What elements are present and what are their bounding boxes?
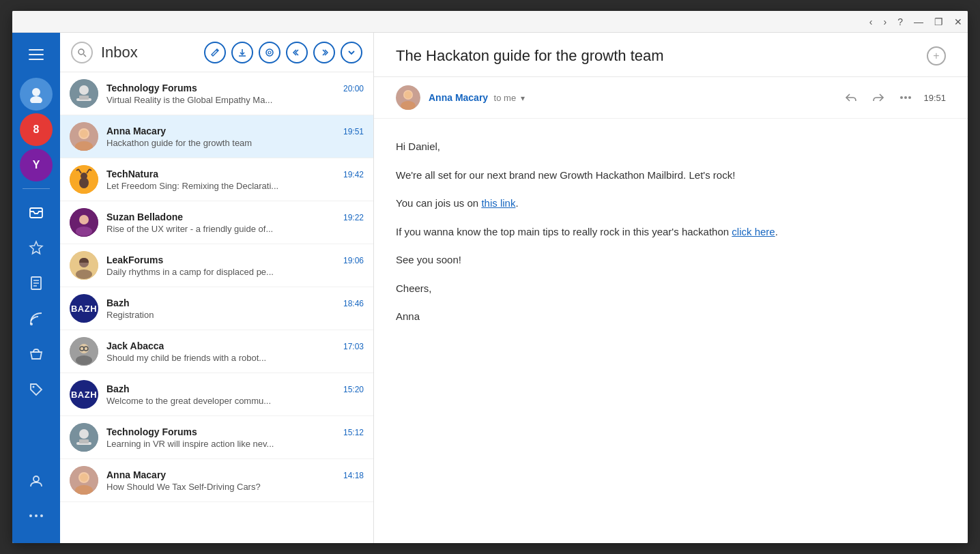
list-item[interactable]: Suzan Belladone 19:22 Rise of the UX wri… [60,201,373,244]
list-item[interactable]: Anna Macary 14:18 How Should We Tax Self… [60,459,373,502]
email-sender: Bazh [106,383,129,394]
click-here-link[interactable]: click here [732,226,775,237]
compose-icon [210,48,220,57]
bazh-avatar-text: BAZH [71,304,97,314]
svg-point-0 [32,88,40,96]
email-meta: Technology Forums 20:00 [106,83,364,93]
list-item[interactable]: BAZH Bazh 15:20 Welcome to the great dev… [60,373,373,416]
sidebar-item-feeds[interactable] [20,302,53,335]
list-item[interactable]: LeakForums 19:06 Daily rhythms in a camp… [60,244,373,287]
list-item[interactable]: Technology Forums 15:12 Learning in VR w… [60,416,373,459]
body-line3: If you wanna know the top main tips to r… [396,223,946,241]
download-button[interactable] [231,42,253,63]
email-sender: Bazh [106,297,129,308]
svg-point-60 [900,96,903,99]
bazh-avatar-text-2: BAZH [71,390,97,400]
svg-point-28 [80,130,88,138]
notes-icon [29,276,44,291]
email-sender: TechNatura [106,169,158,179]
sidebar-item-contacts[interactable] [20,464,53,497]
sidebar-item-tags[interactable] [20,373,53,406]
list-item[interactable]: BAZH Bazh 18:46 Registration [60,287,373,330]
avatar [70,466,98,495]
archive-button[interactable] [259,42,280,63]
email-subject: Daily rhythms in a camp for displaced pe… [106,267,364,277]
tech-forums-avatar [70,79,98,108]
search-button[interactable] [71,42,93,63]
svg-point-62 [908,96,911,99]
contacts-icon [29,473,44,488]
avatar [70,251,98,280]
svg-rect-2 [30,208,42,218]
minimize-button[interactable]: — [914,16,923,27]
star-icon [29,240,44,255]
email-meta: LeakForums 19:06 [106,254,364,265]
sidebar-item-starred[interactable] [20,231,53,264]
sidebar-item-notes[interactable] [20,267,53,300]
email-content: Technology Forums 15:12 Learning in VR w… [106,426,364,449]
email-time: 18:46 [343,299,364,308]
forward-message-button[interactable] [869,88,888,107]
avatar: BAZH [70,294,98,323]
compose-button[interactable] [204,42,226,63]
forward-button[interactable] [313,42,335,63]
reply-button[interactable] [841,88,861,107]
email-sender: Technology Forums [106,426,197,437]
svg-rect-51 [79,439,89,443]
sender-avatar-image [396,85,420,110]
sidebar-item-store[interactable] [20,338,53,370]
email-sender: Anna Macary [106,126,166,136]
sidebar-item-inbox[interactable] [20,196,53,229]
add-tab-button[interactable]: + [927,46,946,65]
list-item[interactable]: Anna Macary 19:51 Hackathon guide for th… [60,115,373,158]
email-sender: LeakForums [106,254,163,265]
reading-header: The Hackaton guide for the growth team + [374,33,968,77]
email-meta: Bazh 15:20 [106,383,364,394]
help-button[interactable]: ? [897,16,903,27]
svg-point-9 [33,386,35,388]
back-button[interactable]: ‹ [869,16,873,27]
body-line4: See you soon! [396,251,946,269]
avatar: BAZH [70,380,98,409]
store-icon [29,347,44,362]
svg-point-49 [79,429,89,439]
svg-point-13 [40,514,43,517]
email-subject: How Should We Tax Self-Driving Cars? [106,482,364,492]
more-options-icon [899,96,912,100]
more-dots-icon [29,514,44,518]
hamburger-menu[interactable] [20,38,53,71]
download-icon [237,48,247,57]
email-content: Anna Macary 14:18 How Should We Tax Self… [106,469,364,492]
sidebar-account-1[interactable] [20,78,53,111]
list-item[interactable]: TechNatura 19:42 Let Freedom Sing: Remix… [60,158,373,201]
svg-marker-3 [30,242,42,254]
more-options-button[interactable] [341,42,362,63]
restore-button[interactable]: ❐ [934,16,943,27]
hamburger-icon [29,49,44,60]
anna-avatar-2 [70,466,98,495]
message-body: Hi Daniel, We're all set for our next br… [374,119,968,543]
sidebar-account-2[interactable]: 8 [20,113,53,146]
expand-details-icon[interactable]: ▾ [521,93,525,103]
email-meta: Anna Macary 14:18 [106,469,364,480]
message-actions: 19:51 [841,88,946,107]
list-item[interactable]: Jack Abacca 17:03 Should my child be fri… [60,330,373,373]
email-subject: Let Freedom Sing: Remixing the Declarati… [106,181,364,191]
svg-point-20 [268,51,271,54]
forward-nav-button[interactable]: › [884,16,887,27]
svg-point-22 [79,85,89,95]
close-button[interactable]: ✕ [954,16,962,27]
email-subject: Rise of the UX writer - a friendly guide… [106,224,364,234]
sender-name[interactable]: Anna Macary [429,92,488,103]
email-subject: Should my child be friends with a robot.… [106,353,364,363]
sidebar-account-3[interactable]: Y [20,149,53,181]
email-content: Jack Abacca 17:03 Should my child be fri… [106,340,364,363]
sidebar-item-more[interactable] [20,499,53,532]
message-header: Anna Macary to me ▾ [374,77,968,119]
list-item[interactable]: Technology Forums 20:00 Virtual Reality … [60,72,373,115]
reply-all-button[interactable] [286,42,308,63]
this-link[interactable]: this link [481,197,515,209]
body-line2-before: You can jois us on [396,197,481,209]
email-content: Suzan Belladone 19:22 Rise of the UX wri… [106,212,364,234]
more-message-options-button[interactable] [896,88,915,107]
